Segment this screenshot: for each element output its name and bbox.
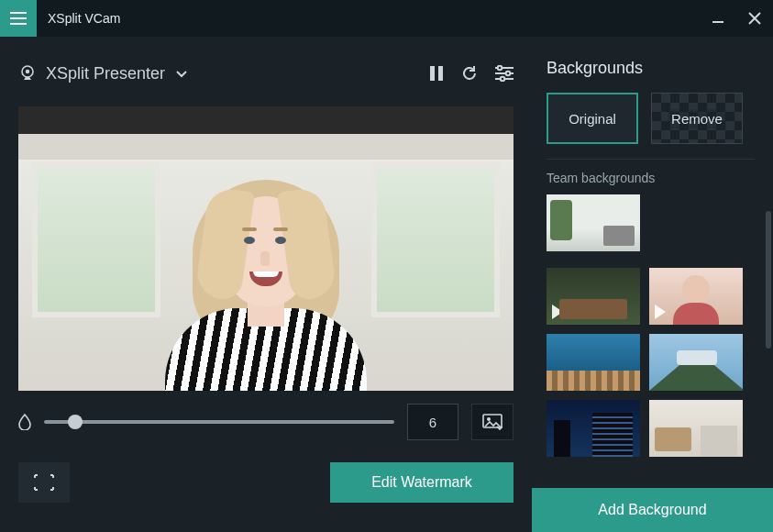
backgrounds-heading: Backgrounds <box>547 59 755 78</box>
camera-preview <box>18 106 513 391</box>
svg-point-6 <box>501 77 505 82</box>
scrollbar[interactable] <box>766 211 771 349</box>
refresh-icon <box>460 64 479 83</box>
menu-button[interactable] <box>0 0 37 37</box>
droplet-icon <box>18 414 31 430</box>
webcam-icon <box>18 64 37 83</box>
blur-value-input[interactable]: 6 <box>407 404 458 440</box>
play-icon <box>552 305 563 319</box>
right-pane: Backgrounds Original Remove Team backgro… <box>532 37 773 532</box>
image-swap-icon <box>482 414 502 430</box>
svg-rect-2 <box>430 66 435 81</box>
titlebar: XSplit VCam <box>0 0 773 37</box>
background-image-button[interactable] <box>471 404 513 440</box>
divider <box>547 159 755 160</box>
background-thumb[interactable] <box>547 194 640 251</box>
svg-point-4 <box>498 66 502 71</box>
sliders-icon <box>495 65 513 82</box>
svg-point-8 <box>487 417 491 421</box>
snapshot-button[interactable] <box>18 462 70 503</box>
team-backgrounds-grid <box>547 194 755 251</box>
close-icon <box>748 12 761 25</box>
minimize-icon <box>712 12 724 25</box>
remove-label: Remove <box>668 109 726 128</box>
left-pane: XSplit Presenter <box>0 37 532 532</box>
svg-point-5 <box>506 72 511 76</box>
chevron-down-icon <box>174 66 189 81</box>
pause-button[interactable] <box>429 64 444 83</box>
app-title: XSplit VCam <box>48 11 120 26</box>
backgrounds-grid <box>547 268 755 457</box>
team-backgrounds-heading: Team backgrounds <box>547 171 755 185</box>
minimize-button[interactable] <box>700 0 736 37</box>
slider-thumb[interactable] <box>68 415 83 429</box>
pause-icon <box>429 65 444 82</box>
play-icon <box>552 371 563 385</box>
svg-point-1 <box>26 70 29 73</box>
background-thumb[interactable] <box>649 334 743 391</box>
settings-button[interactable] <box>495 64 513 83</box>
blur-slider[interactable] <box>44 420 394 424</box>
camera-label: XSplit Presenter <box>46 64 165 83</box>
snapshot-icon <box>33 473 55 492</box>
edit-watermark-button[interactable]: Edit Watermark <box>330 462 513 503</box>
hamburger-icon <box>10 12 27 25</box>
add-background-button[interactable]: Add Background <box>532 488 773 532</box>
background-thumb[interactable] <box>649 268 743 325</box>
background-option-original[interactable]: Original <box>547 93 638 144</box>
background-thumb[interactable] <box>649 400 743 457</box>
camera-select[interactable]: XSplit Presenter <box>18 64 189 83</box>
background-thumb[interactable] <box>547 268 640 325</box>
svg-rect-3 <box>438 66 443 81</box>
close-button[interactable] <box>736 0 773 37</box>
background-option-remove[interactable]: Remove <box>651 93 743 144</box>
refresh-button[interactable] <box>460 64 479 83</box>
background-thumb[interactable] <box>547 400 640 457</box>
background-thumb[interactable] <box>547 334 640 391</box>
play-icon <box>655 305 666 319</box>
